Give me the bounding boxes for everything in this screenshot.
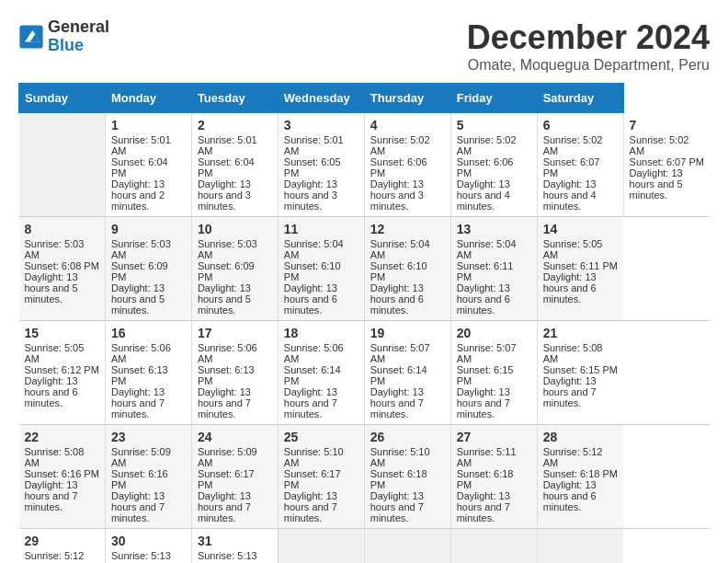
sunset: Sunset: 6:16 PM: [111, 468, 168, 490]
day-number: 25: [284, 430, 358, 444]
daylight: Daylight: 13 hours and 7 minutes.: [198, 490, 251, 523]
sunset: Sunset: 6:09 PM: [111, 260, 168, 282]
week-row-5: 29Sunrise: 5:12 AMSunset: 6:19 PMDayligh…: [19, 529, 711, 564]
daylight: Daylight: 13 hours and 5 minutes.: [630, 167, 683, 201]
day-cell-17: 17Sunrise: 5:06 AMSunset: 6:13 PMDayligh…: [191, 321, 278, 425]
day-number: 26: [370, 430, 445, 444]
day-cell-18: 18Sunrise: 5:06 AMSunset: 6:14 PMDayligh…: [278, 321, 364, 425]
day-number: 1: [111, 118, 186, 132]
sunrise: Sunrise: 5:07 AM: [370, 342, 430, 364]
day-number: 28: [543, 430, 618, 444]
sunset: Sunset: 6:08 PM: [25, 260, 99, 271]
daylight: Daylight: 13 hours and 6 minutes.: [370, 282, 424, 316]
week-row-1: 1Sunrise: 5:01 AMSunset: 6:04 PMDaylight…: [19, 113, 711, 217]
week-row-3: 15Sunrise: 5:05 AMSunset: 6:12 PMDayligh…: [19, 321, 711, 425]
empty-cell: [364, 529, 450, 564]
day-number: 31: [198, 534, 272, 548]
daylight: Daylight: 13 hours and 7 minutes.: [457, 386, 510, 419]
daylight: Daylight: 13 hours and 3 minutes.: [370, 178, 424, 212]
day-number: 29: [25, 534, 99, 548]
sunrise: Sunrise: 5:10 AM: [370, 446, 430, 468]
daylight: Daylight: 13 hours and 3 minutes.: [284, 178, 337, 212]
day-number: 24: [198, 430, 272, 444]
sunrise: Sunrise: 5:05 AM: [543, 238, 603, 260]
sunrise: Sunrise: 5:05 AM: [25, 342, 85, 364]
sunset: Sunset: 6:13 PM: [111, 364, 168, 386]
col-header-monday: Monday: [105, 84, 191, 113]
week-row-2: 8Sunrise: 5:03 AMSunset: 6:08 PMDaylight…: [19, 217, 711, 321]
day-number: 12: [370, 222, 445, 236]
sunset: Sunset: 6:18 PM: [543, 468, 618, 479]
daylight: Daylight: 13 hours and 5 minutes.: [25, 271, 78, 304]
empty-cell: [537, 529, 623, 564]
day-cell-9: 9Sunrise: 5:03 AMSunset: 6:09 PMDaylight…: [105, 217, 191, 321]
sunset: Sunset: 6:16 PM: [25, 468, 99, 479]
week-row-4: 22Sunrise: 5:08 AMSunset: 6:16 PMDayligh…: [19, 425, 711, 529]
day-cell-14: 14Sunrise: 5:05 AMSunset: 6:11 PMDayligh…: [537, 217, 623, 321]
day-cell-16: 16Sunrise: 5:06 AMSunset: 6:13 PMDayligh…: [105, 321, 191, 425]
col-header-friday: Friday: [450, 84, 537, 113]
day-cell-4: 4Sunrise: 5:02 AMSunset: 6:06 PMDaylight…: [364, 113, 450, 217]
sunset: Sunset: 6:09 PM: [198, 260, 255, 282]
daylight: Daylight: 13 hours and 7 minutes.: [25, 479, 78, 512]
day-number: 19: [370, 326, 445, 340]
sunrise: Sunrise: 5:10 AM: [284, 446, 344, 468]
sunset: Sunset: 6:06 PM: [370, 156, 427, 178]
sunrise: Sunrise: 5:03 AM: [111, 238, 171, 260]
sunrise: Sunrise: 5:12 AM: [25, 550, 85, 563]
day-cell-10: 10Sunrise: 5:03 AMSunset: 6:09 PMDayligh…: [191, 217, 278, 321]
day-number: 13: [457, 222, 531, 236]
daylight: Daylight: 13 hours and 7 minutes.: [457, 490, 510, 523]
sunrise: Sunrise: 5:01 AM: [198, 134, 257, 156]
daylight: Daylight: 13 hours and 5 minutes.: [198, 282, 251, 316]
day-cell-19: 19Sunrise: 5:07 AMSunset: 6:14 PMDayligh…: [364, 321, 450, 425]
sunset: Sunset: 6:04 PM: [198, 156, 255, 178]
day-number: 2: [198, 118, 272, 132]
sunrise: Sunrise: 5:02 AM: [370, 134, 430, 156]
logo-line1: General: [48, 18, 109, 37]
daylight: Daylight: 13 hours and 7 minutes.: [370, 386, 424, 419]
day-cell-25: 25Sunrise: 5:10 AMSunset: 6:17 PMDayligh…: [278, 425, 364, 529]
sunrise: Sunrise: 5:04 AM: [457, 238, 517, 260]
day-cell-31: 31Sunrise: 5:13 AMSunset: 6:20 PMDayligh…: [191, 529, 278, 564]
day-cell-8: 8Sunrise: 5:03 AMSunset: 6:08 PMDaylight…: [19, 217, 106, 321]
daylight: Daylight: 13 hours and 2 minutes.: [111, 178, 165, 212]
day-cell-27: 27Sunrise: 5:11 AMSunset: 6:18 PMDayligh…: [450, 425, 537, 529]
sunrise: Sunrise: 5:01 AM: [284, 134, 344, 156]
sunset: Sunset: 6:17 PM: [284, 468, 341, 490]
daylight: Daylight: 13 hours and 7 minutes.: [284, 490, 337, 523]
title-area: December 2024 Omate, Moquegua Department…: [467, 18, 710, 74]
daylight: Daylight: 13 hours and 6 minutes.: [543, 479, 597, 512]
sunset: Sunset: 6:18 PM: [457, 468, 514, 490]
sunrise: Sunrise: 5:06 AM: [198, 342, 257, 364]
col-header-thursday: Thursday: [364, 84, 450, 113]
day-number: 14: [543, 222, 618, 236]
day-cell-29: 29Sunrise: 5:12 AMSunset: 6:19 PMDayligh…: [19, 529, 106, 564]
sunset: Sunset: 6:18 PM: [370, 468, 427, 490]
day-number: 9: [111, 222, 186, 236]
daylight: Daylight: 13 hours and 7 minutes.: [543, 375, 597, 408]
daylight: Daylight: 13 hours and 6 minutes.: [457, 282, 510, 316]
sunset: Sunset: 6:13 PM: [198, 364, 255, 386]
day-cell-22: 22Sunrise: 5:08 AMSunset: 6:16 PMDayligh…: [19, 425, 106, 529]
day-cell-26: 26Sunrise: 5:10 AMSunset: 6:18 PMDayligh…: [364, 425, 450, 529]
daylight: Daylight: 13 hours and 4 minutes.: [543, 178, 597, 212]
col-header-wednesday: Wednesday: [278, 84, 364, 113]
logo: General Blue: [18, 18, 109, 55]
day-cell-20: 20Sunrise: 5:07 AMSunset: 6:15 PMDayligh…: [450, 321, 537, 425]
col-header-saturday: Saturday: [537, 84, 623, 113]
sunset: Sunset: 6:06 PM: [457, 156, 514, 178]
day-cell-7: 7Sunrise: 5:02 AMSunset: 6:07 PMDaylight…: [623, 113, 710, 217]
sunset: Sunset: 6:14 PM: [370, 364, 427, 386]
day-number: 5: [457, 118, 531, 132]
daylight: Daylight: 13 hours and 7 minutes.: [111, 490, 165, 523]
day-cell-5: 5Sunrise: 5:02 AMSunset: 6:06 PMDaylight…: [450, 113, 537, 217]
daylight: Daylight: 13 hours and 7 minutes.: [370, 490, 424, 523]
daylight: Daylight: 13 hours and 7 minutes.: [198, 386, 251, 419]
sunrise: Sunrise: 5:09 AM: [198, 446, 257, 468]
sunrise: Sunrise: 5:03 AM: [198, 238, 257, 260]
col-header-tuesday: Tuesday: [191, 84, 278, 113]
day-number: 6: [543, 118, 618, 132]
sunrise: Sunrise: 5:11 AM: [457, 446, 517, 468]
daylight: Daylight: 13 hours and 6 minutes.: [25, 375, 78, 408]
